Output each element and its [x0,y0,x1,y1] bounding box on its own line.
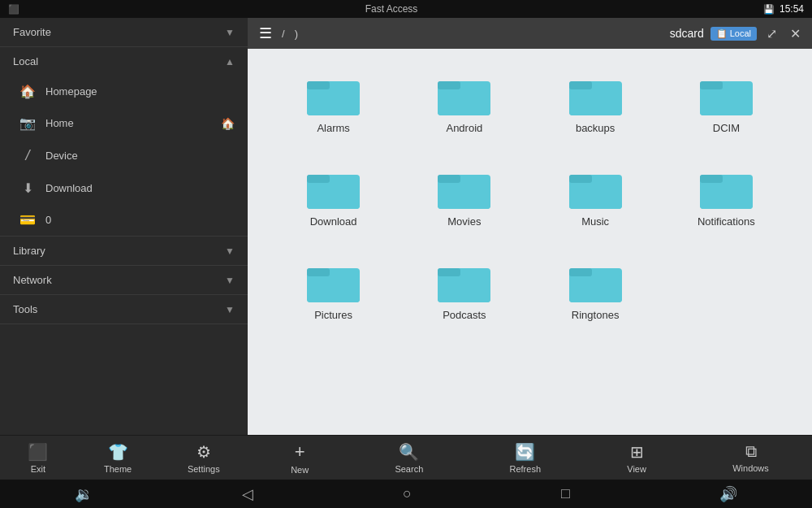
folder-android[interactable]: Android [403,65,525,142]
refresh-label: Refresh [510,464,542,474]
breadcrumb: / ) [282,28,663,40]
nav-settings[interactable]: ⚙ Settings [181,439,227,477]
local-badge-label: Local [730,28,751,38]
svg-rect-28 [438,275,490,302]
folder-movies[interactable]: Movies [403,158,525,236]
nav-search[interactable]: 🔍 Search [385,438,433,478]
svg-rect-2 [307,81,330,89]
svg-rect-10 [700,88,753,115]
folder-music-icon [569,167,622,209]
svg-rect-8 [569,81,592,89]
chevron-tools: ▼ [225,304,235,315]
recents-button[interactable]: □ [561,485,570,502]
sidebar-section-header-tools[interactable]: Tools ▼ [0,295,248,323]
volume-down-icon[interactable]: 🔉 [75,485,93,503]
folder-dcim-icon [700,73,753,115]
android-nav-bar: 🔉 ◁ ○ □ 🔊 [0,480,812,508]
sidebar-section-network: Network ▼ [0,266,248,295]
folder-backups-icon [569,73,622,115]
svg-rect-29 [438,268,460,276]
home-right-icon: 🏠 [221,117,235,130]
new-label: New [291,465,309,475]
chevron-library: ▼ [225,245,235,257]
view-label: View [627,464,646,474]
breadcrumb-sep: ) [295,28,298,40]
close-icon[interactable]: ✕ [787,23,804,45]
local-badge-icon: 📋 [716,28,728,39]
svg-rect-4 [438,88,490,115]
svg-rect-7 [569,88,622,115]
exit-label: Exit [31,464,45,474]
local-label: Local [13,55,38,67]
folder-backups[interactable]: backups [534,65,657,142]
nav-theme[interactable]: 👕 Theme [97,439,138,477]
sdcard-label: 0 [45,214,235,226]
folder-android-label: Android [446,122,482,134]
folder-ringtones-label: Ringtones [572,309,620,321]
nav-refresh[interactable]: 🔄 Refresh [500,438,551,478]
sidebar-bottom-nav: ⬛ Exit 👕 Theme ⚙ Settings [0,435,248,480]
home-button[interactable]: ○ [403,485,412,502]
chevron-local: ▲ [225,56,235,67]
folder-ringtones-icon [569,260,622,302]
volume-up-icon[interactable]: 🔊 [719,485,737,503]
chevron-favorite: ▼ [225,27,235,38]
folder-alarms-icon [307,73,360,115]
sidebar-section-tools: Tools ▼ [0,295,248,324]
homepage-icon: 🏠 [19,84,36,99]
nav-view[interactable]: ⊞ View [617,438,656,478]
sidebar-section-header-network[interactable]: Network ▼ [0,266,248,294]
folder-music[interactable]: Music [534,158,657,236]
sidebar-item-home[interactable]: 📷 Home 🏠 [0,107,248,139]
folder-notifications[interactable]: Notifications [665,158,788,236]
sidebar-section-header-library[interactable]: Library ▼ [0,237,248,265]
sidebar-item-homepage[interactable]: 🏠 Homepage [0,76,248,107]
main-layout: Favorite ▼ Local ▲ 🏠 Homepage 📷 Home 🏠 /… [0,18,812,435]
back-button[interactable]: ◁ [242,485,253,503]
folder-backups-label: backups [576,122,615,134]
settings-label: Settings [188,464,220,474]
homepage-label: Homepage [45,85,235,98]
sidebar-section-header-local[interactable]: Local ▲ [0,47,248,76]
home-icon: 📷 [19,115,36,131]
folder-pictures-icon [307,260,360,302]
home-label: Home [45,117,211,129]
svg-rect-22 [700,181,753,209]
folder-alarms[interactable]: Alarms [272,65,395,142]
sidebar-section-local: Local ▲ 🏠 Homepage 📷 Home 🏠 / Device ⬇ D… [0,47,248,237]
share-icon[interactable]: ⤢ [763,23,780,45]
sidebar-section-library: Library ▼ [0,237,248,266]
folder-download[interactable]: Download [272,158,395,236]
nav-windows[interactable]: ⧉ Windows [723,438,779,477]
sidebar-item-download[interactable]: ⬇ Download [0,172,248,204]
sidebar-item-device[interactable]: / Device [0,139,248,172]
folder-music-label: Music [581,215,609,228]
content-toolbar: ☰ / ) sdcard 📋 Local ⤢ ✕ [248,18,812,49]
windows-label: Windows [732,463,769,473]
content-area: ☰ / ) sdcard 📋 Local ⤢ ✕ [248,18,812,435]
folder-pictures[interactable]: Pictures [272,252,395,329]
folder-android-icon [438,73,490,115]
folder-dcim[interactable]: DCIM [665,65,788,142]
file-grid: Alarms Android [248,49,812,435]
content-bottom-nav: + New 🔍 Search 🔄 Refresh ⊞ View ⧉ Window… [248,435,812,480]
svg-rect-14 [307,175,330,183]
folder-notifications-label: Notifications [698,215,755,228]
svg-rect-16 [438,181,490,209]
nav-exit[interactable]: ⬛ Exit [21,439,54,477]
folder-ringtones[interactable]: Ringtones [534,252,657,329]
sidebar-section-header-favorite[interactable]: Favorite ▼ [0,18,248,46]
nav-new[interactable]: + New [281,437,318,479]
device-label: Device [45,150,235,162]
download-icon: ⬇ [19,180,36,196]
settings-icon: ⚙ [197,442,211,462]
tools-label: Tools [13,303,37,315]
library-label: Library [13,245,45,257]
hamburger-menu-icon[interactable]: ☰ [256,21,275,46]
folder-movies-label: Movies [447,215,481,228]
fast-access-label: Fast Access [365,3,418,15]
network-label: Network [13,274,52,286]
folder-podcasts[interactable]: Podcasts [403,252,525,329]
sidebar-item-sdcard[interactable]: 💳 0 [0,204,248,236]
svg-rect-5 [438,81,460,89]
